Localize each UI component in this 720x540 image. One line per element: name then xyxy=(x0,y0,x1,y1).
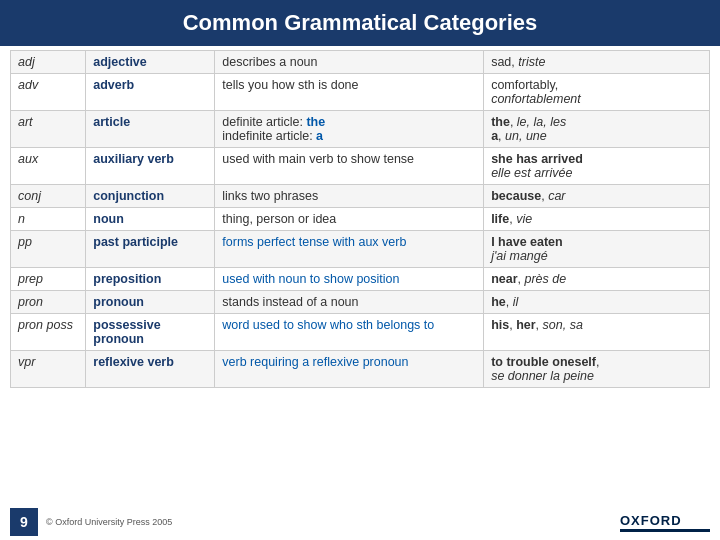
cell-abbr: n xyxy=(11,208,86,231)
table-row: prepprepositionused with noun to show po… xyxy=(11,268,710,291)
table-row: auxauxiliary verbused with main verb to … xyxy=(11,148,710,185)
cell-abbr: vpr xyxy=(11,351,86,388)
cell-example: to trouble oneself,se donner la peine xyxy=(484,351,710,388)
cell-abbr: pron xyxy=(11,291,86,314)
cell-example: I have eatenj'ai mangé xyxy=(484,231,710,268)
cell-example: his, her, son, sa xyxy=(484,314,710,351)
cell-example: near, près de xyxy=(484,268,710,291)
cell-example: she has arrivedelle est arrivée xyxy=(484,148,710,185)
cell-abbr: aux xyxy=(11,148,86,185)
cell-desc: links two phrases xyxy=(215,185,484,208)
table-row: conjconjunctionlinks two phrasesbecause,… xyxy=(11,185,710,208)
cell-desc: stands instead of a noun xyxy=(215,291,484,314)
table-row: advadverbtells you how sth is donecomfor… xyxy=(11,74,710,111)
cell-name: preposition xyxy=(86,268,215,291)
cell-name: pronoun xyxy=(86,291,215,314)
cell-name: article xyxy=(86,111,215,148)
table-row: pron posspossessive pronounword used to … xyxy=(11,314,710,351)
cell-abbr: art xyxy=(11,111,86,148)
cell-desc: definite article: theindefinite article:… xyxy=(215,111,484,148)
cell-name: auxiliary verb xyxy=(86,148,215,185)
cell-example: comfortably,confortablement xyxy=(484,74,710,111)
page-title: Common Grammatical Categories xyxy=(0,0,720,46)
cell-name: adverb xyxy=(86,74,215,111)
cell-desc: thing, person or idea xyxy=(215,208,484,231)
cell-desc: used with noun to show position xyxy=(215,268,484,291)
cell-example: because, car xyxy=(484,185,710,208)
cell-name: conjunction xyxy=(86,185,215,208)
cell-abbr: adj xyxy=(11,51,86,74)
grammar-table: adjadjectivedescribes a nounsad, tristea… xyxy=(10,50,710,388)
cell-abbr: prep xyxy=(11,268,86,291)
cell-desc: forms perfect tense with aux verb xyxy=(215,231,484,268)
cell-abbr: pp xyxy=(11,231,86,268)
table-row: vprreflexive verbverb requiring a reflex… xyxy=(11,351,710,388)
cell-name: possessive pronoun xyxy=(86,314,215,351)
table-row: pppast participleforms perfect tense wit… xyxy=(11,231,710,268)
cell-desc: tells you how sth is done xyxy=(215,74,484,111)
copyright-text: © Oxford University Press 2005 xyxy=(46,517,172,527)
cell-example: life, vie xyxy=(484,208,710,231)
footer: 9 © Oxford University Press 2005 OXFORD xyxy=(0,508,720,536)
grammar-table-container: adjadjectivedescribes a nounsad, tristea… xyxy=(0,50,720,388)
oxford-logo-text: OXFORD xyxy=(620,513,710,528)
oxford-logo: OXFORD xyxy=(620,513,710,532)
table-row: adjadjectivedescribes a nounsad, triste xyxy=(11,51,710,74)
cell-example: sad, triste xyxy=(484,51,710,74)
table-row: nnounthing, person or idealife, vie xyxy=(11,208,710,231)
page-number: 9 xyxy=(10,508,38,536)
cell-abbr: conj xyxy=(11,185,86,208)
cell-example: the, le, la, lesa, un, une xyxy=(484,111,710,148)
cell-name: adjective xyxy=(86,51,215,74)
cell-desc: used with main verb to show tense xyxy=(215,148,484,185)
cell-name: past participle xyxy=(86,231,215,268)
table-row: pronpronounstands instead of a nounhe, i… xyxy=(11,291,710,314)
table-row: artarticledefinite article: theindefinit… xyxy=(11,111,710,148)
cell-desc: verb requiring a reflexive pronoun xyxy=(215,351,484,388)
cell-desc: describes a noun xyxy=(215,51,484,74)
cell-desc: word used to show who sth belongs to xyxy=(215,314,484,351)
cell-name: reflexive verb xyxy=(86,351,215,388)
cell-abbr: pron poss xyxy=(11,314,86,351)
cell-name: noun xyxy=(86,208,215,231)
oxford-logo-line xyxy=(620,529,710,532)
cell-example: he, il xyxy=(484,291,710,314)
cell-abbr: adv xyxy=(11,74,86,111)
